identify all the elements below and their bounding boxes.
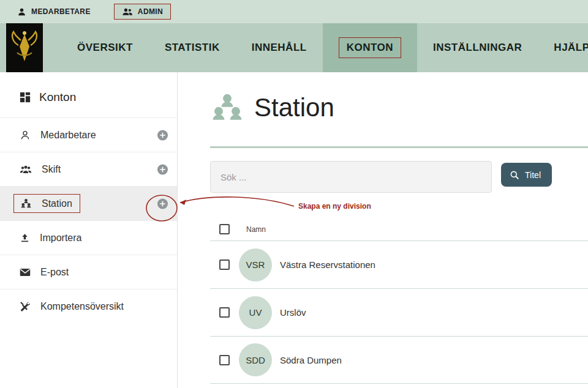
app-window: MEDARBETARE ADMIN ÖVERSIKT STATIS <box>0 0 588 388</box>
sidebar-item-label: E-post <box>40 267 69 278</box>
table-row[interactable]: UV Urslöv <box>210 288 588 336</box>
sidebar-item-label: Importera <box>40 233 81 244</box>
nav-installningar-label: INSTÄLLNINGAR <box>433 42 522 54</box>
avatar: SDD <box>239 343 272 376</box>
person-icon <box>17 7 26 17</box>
people-icon <box>122 7 133 16</box>
sidebar-item-medarbetare[interactable]: Medarbetare <box>0 118 177 152</box>
nav-hjalp-label: HJÄLP <box>554 42 588 54</box>
sidebar-item-skift[interactable]: Skift <box>0 152 177 186</box>
search-icon <box>510 170 519 180</box>
sidebar-item-label: Skift <box>42 164 61 175</box>
tools-icon <box>20 301 31 312</box>
nav-statistik[interactable]: STATISTIK <box>149 23 236 72</box>
search-input[interactable] <box>210 161 492 193</box>
page-header: Station <box>210 91 334 125</box>
table-row[interactable]: SDD Södra Dumpen <box>210 336 588 384</box>
row-checkbox[interactable] <box>219 355 230 365</box>
nav-oversikt[interactable]: ÖVERSIKT <box>61 23 149 72</box>
app-logo[interactable] <box>6 23 43 72</box>
person-outline-icon <box>20 130 31 141</box>
row-name[interactable]: Södra Dumpen <box>280 355 342 365</box>
station-icon <box>20 198 32 209</box>
station-highlight-box: Station <box>13 194 80 213</box>
table-row[interactable]: VSR Västra Reservstationen <box>210 241 588 288</box>
sidebar-item-epost[interactable]: E-post <box>0 255 177 289</box>
plus-circle-icon <box>157 198 168 209</box>
station-page-icon <box>210 91 244 125</box>
header-divider <box>210 146 588 148</box>
sidebar-title-label: Konton <box>39 91 76 104</box>
sidebar-item-label: Station <box>42 198 72 209</box>
nav-innehall-label: INNEHÅLL <box>252 42 307 54</box>
row-checkbox[interactable] <box>219 259 230 270</box>
row-name[interactable]: Västra Reservstationen <box>280 259 375 270</box>
sidebar: Konton Medarbetare <box>0 72 178 388</box>
row-name[interactable]: Urslöv <box>280 307 306 318</box>
nav-installningar[interactable]: INSTÄLLNINGAR <box>417 23 538 72</box>
page-title: Station <box>254 93 334 122</box>
sidebar-title: Konton <box>0 72 177 118</box>
main-content: Station Titel Namn VSR Västra Reservsta <box>178 72 588 388</box>
admin-label: ADMIN <box>138 7 163 16</box>
nav-hjalp[interactable]: HJÄLP <box>538 23 588 72</box>
top-bar: MEDARBETARE ADMIN <box>0 0 588 23</box>
main-navbar: ÖVERSIKT STATISTIK INNEHÅLL KONTON INSTÄ… <box>0 23 588 72</box>
sidebar-item-label: Medarbetare <box>40 130 96 141</box>
table-header: Namn <box>210 218 588 241</box>
crest-logo-icon <box>6 28 43 67</box>
annotation-label: Skapa en ny division <box>298 202 371 211</box>
column-header-namn: Namn <box>246 225 266 234</box>
nav-oversikt-label: ÖVERSIKT <box>77 42 133 54</box>
nav-innehall[interactable]: INNEHÅLL <box>236 23 323 72</box>
nav-statistik-label: STATISTIK <box>165 42 220 54</box>
plus-circle-icon <box>157 163 168 175</box>
title-search-label: Titel <box>525 170 541 180</box>
station-table: Namn VSR Västra Reservstationen UV Urslö… <box>210 218 588 384</box>
nav-items: ÖVERSIKT STATISTIK INNEHÅLL KONTON INSTÄ… <box>61 23 588 72</box>
select-all-checkbox[interactable] <box>219 224 230 234</box>
title-search-button[interactable]: Titel <box>501 163 552 187</box>
medarbetare-switch[interactable]: MEDARBETARE <box>17 7 91 17</box>
avatar: UV <box>239 296 272 329</box>
nav-konton[interactable]: KONTON <box>323 23 417 72</box>
row-checkbox[interactable] <box>219 307 230 318</box>
sidebar-item-kompetensoversikt[interactable]: Kompetensöversikt <box>0 289 177 323</box>
admin-switch[interactable]: ADMIN <box>114 4 171 20</box>
add-station-button[interactable] <box>157 198 168 209</box>
sidebar-item-importera[interactable]: Importera <box>0 220 177 255</box>
add-skift-button[interactable] <box>157 163 168 175</box>
sidebar-item-label: Kompetensöversikt <box>40 301 124 312</box>
medarbetare-label: MEDARBETARE <box>31 7 91 16</box>
people-group-icon <box>20 165 32 174</box>
plus-circle-icon <box>157 129 168 141</box>
grid-icon <box>20 92 31 103</box>
search-row: Titel <box>210 161 588 193</box>
add-medarbetare-button[interactable] <box>157 129 168 141</box>
nav-konton-label: KONTON <box>339 37 401 58</box>
sidebar-item-station[interactable]: Station <box>0 186 177 220</box>
mail-icon <box>20 268 31 277</box>
upload-icon <box>20 233 30 243</box>
avatar: VSR <box>239 248 272 282</box>
